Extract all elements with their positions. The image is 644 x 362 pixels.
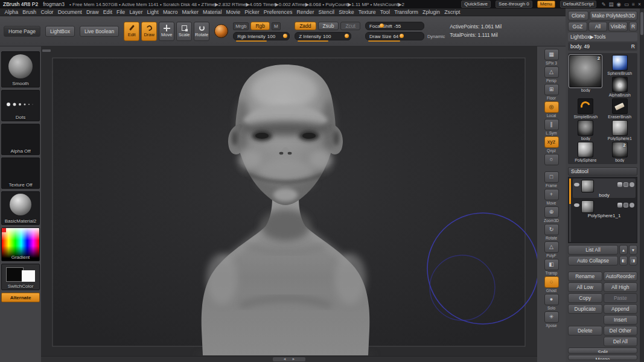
tool-thumbnail[interactable]: PolySphere1 — [604, 120, 637, 141]
collapse-right-button[interactable]: ◨ — [629, 256, 637, 265]
menu-item[interactable]: Light — [145, 9, 161, 15]
tool-thumbnail[interactable]: 2 body — [604, 142, 637, 162]
visibility-eye-icon[interactable] — [574, 203, 579, 207]
move-subtool-down-button[interactable]: ▼ — [629, 245, 637, 255]
goz-all-button[interactable]: All — [588, 22, 608, 31]
quicksave-button[interactable]: QuickSave — [461, 1, 491, 8]
canvas-scroll-nub[interactable] — [42, 49, 51, 52]
document-icon[interactable]: ▤ — [609, 1, 614, 7]
timeline-scrubber[interactable]: ◄ ► — [273, 357, 305, 361]
autoreorder-button[interactable]: AutoReorder — [604, 272, 638, 281]
draw-button[interactable]: Draw — [141, 22, 157, 41]
draw-size-slider[interactable]: Draw Size 64 — [365, 32, 424, 40]
shelf-icon[interactable]: □ — [544, 171, 559, 183]
focal-shift-slider[interactable]: Focal Shift -55 — [365, 22, 424, 30]
menu-item[interactable]: Alpha — [2, 9, 21, 15]
shelf-icon[interactable]: △ — [544, 241, 559, 253]
slider-handle[interactable] — [345, 34, 349, 38]
shelf-icon[interactable]: ● — [544, 294, 559, 305]
shelf-icon-button[interactable]: ⊞ Floor — [543, 84, 560, 100]
home-page-button[interactable]: Home Page — [4, 26, 40, 37]
eye-small-icon[interactable] — [630, 203, 634, 208]
menu-item[interactable]: Marker — [180, 9, 201, 15]
polypaint-icon[interactable] — [617, 203, 622, 208]
rename-button[interactable]: Rename — [568, 272, 602, 281]
subtool-row[interactable]: body — [573, 179, 636, 198]
panel-scrollbar[interactable] — [640, 12, 643, 35]
merge-section-button[interactable]: Merge — [568, 355, 637, 361]
m-button[interactable]: M — [272, 22, 281, 30]
panel-scrollbar-track[interactable] — [640, 8, 644, 362]
tray-item[interactable]: Dots — [1, 90, 40, 121]
shelf-icon[interactable]: ✳ — [544, 311, 559, 323]
viewport-canvas[interactable]: ◄ ► — [41, 46, 537, 362]
default-zscript-button[interactable]: DefaultZScript — [560, 1, 597, 8]
shelf-icon[interactable]: + — [544, 189, 559, 200]
shelf-icon[interactable]: ↻ — [544, 224, 559, 235]
tool-thumbnail[interactable]: body — [569, 120, 602, 141]
menu-item[interactable]: Zplugin — [420, 9, 442, 15]
shelf-icon-button[interactable]: △ PolyF — [543, 241, 560, 258]
shelf-icon-button[interactable]: + Move — [543, 189, 560, 205]
slider-handle[interactable] — [283, 34, 287, 38]
move-button[interactable]: Move — [159, 22, 174, 41]
tool-thumbnail[interactable]: SphereBrush — [604, 55, 637, 75]
menu-item[interactable]: Layer — [127, 9, 145, 15]
append-button[interactable]: Append — [604, 304, 638, 314]
live-boolean-button[interactable]: Live Boolean — [80, 26, 119, 37]
tray-item[interactable]: SwitchColor — [1, 264, 40, 290]
del-other-button[interactable]: Del Other — [604, 326, 638, 335]
shelf-icon-button[interactable]: ∥ L.Sym — [543, 119, 560, 135]
tray-item[interactable]: Texture Off — [1, 157, 40, 189]
shelf-icon[interactable]: ▦ — [544, 49, 559, 60]
menu-item[interactable]: Movie — [224, 9, 243, 15]
zadd-button[interactable]: Zadd — [295, 22, 316, 30]
slider-handle[interactable] — [400, 34, 404, 38]
menu-item[interactable]: Edit — [101, 9, 114, 15]
collapse-left-button[interactable]: ◧ — [619, 256, 628, 265]
circle-icon[interactable]: ◉ — [617, 1, 621, 7]
tool-thumbnail[interactable]: 2 body — [569, 55, 602, 97]
see-through-slider[interactable]: See-through 0 — [496, 1, 532, 8]
shelf-icon-button[interactable]: ◌ Ghost — [543, 276, 560, 293]
duplicate-button[interactable]: Duplicate — [568, 304, 602, 314]
lightbox-tools-bar[interactable]: Lightbox▶Tools — [568, 33, 637, 41]
z-intensity-slider[interactable]: Z Intensity 100 — [295, 32, 351, 40]
rotate-button[interactable]: Rotate — [194, 22, 209, 41]
shelf-icon-button[interactable]: ● Solo — [543, 294, 560, 310]
goz-button[interactable]: GoZ — [568, 22, 587, 31]
zcut-button[interactable]: Zcut — [340, 22, 360, 30]
window-icon[interactable]: ▭ — [624, 1, 629, 7]
menu-item[interactable]: Draw — [84, 9, 101, 15]
subtool-section-header[interactable]: Subtool — [568, 167, 637, 176]
slider-handle[interactable] — [380, 24, 384, 28]
insert-button[interactable]: Insert — [604, 315, 638, 325]
shelf-icon-button[interactable]: □ Frame — [543, 171, 560, 188]
shelf-icon[interactable]: xyz — [544, 136, 559, 148]
dynamic-toggle[interactable]: Dynamic — [427, 34, 445, 39]
tool-thumbnail[interactable]: AlphaBrush — [604, 77, 637, 97]
menu-item[interactable]: Preferences — [261, 9, 295, 15]
menu-button[interactable]: Menu — [537, 1, 555, 8]
tray-item[interactable]: Alternate — [1, 293, 40, 302]
menu-item[interactable]: Material — [200, 9, 223, 15]
restore-config-button[interactable]: R — [629, 22, 637, 31]
current-material-orb[interactable] — [214, 24, 228, 38]
scrub-right-icon[interactable]: ► — [292, 357, 296, 361]
shelf-icon[interactable]: ∥ — [544, 119, 559, 130]
goz-visible-button[interactable]: Visible — [608, 22, 628, 31]
eye-small-icon[interactable] — [630, 182, 634, 187]
make-polymesh3d-button[interactable]: Make PolyMesh3D — [590, 11, 637, 21]
pencil-icon[interactable]: ✎ — [601, 1, 605, 7]
tray-item[interactable]: Alpha Off — [1, 124, 40, 155]
shelf-icon-button[interactable]: ↻ Rotate — [543, 224, 560, 240]
all-high-button[interactable]: All High — [604, 282, 638, 292]
list-all-button[interactable]: List All — [568, 245, 618, 255]
close-icon[interactable]: × — [638, 1, 641, 7]
rgb-intensity-slider[interactable]: Rgb Intensity 100 — [233, 32, 290, 40]
current-tool-bar[interactable]: body. 49 R — [568, 42, 637, 51]
tray-item[interactable]: Smooth — [1, 51, 40, 87]
menu-lines-icon[interactable]: ≡ — [632, 1, 635, 7]
menu-item[interactable]: Render — [295, 9, 316, 15]
tray-item[interactable]: Gradient — [1, 227, 40, 261]
